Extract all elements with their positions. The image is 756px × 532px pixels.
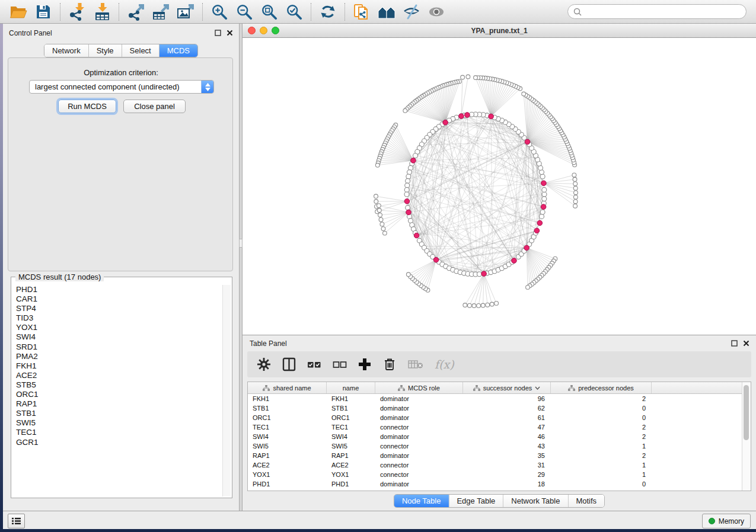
- tab-style[interactable]: Style: [89, 44, 122, 57]
- memory-button[interactable]: Memory: [702, 514, 751, 528]
- mcds-result-item[interactable]: TEC1: [12, 428, 223, 437]
- tab-network[interactable]: Network: [44, 44, 89, 57]
- close-panel-button[interactable]: Close panel: [123, 100, 186, 113]
- criterion-dropdown[interactable]: largest connected component (undirected): [29, 80, 214, 94]
- network-leaf-node[interactable]: [486, 303, 490, 307]
- network-leaf-node[interactable]: [374, 194, 378, 198]
- minimize-window-icon[interactable]: [260, 27, 267, 34]
- mcds-result-item[interactable]: SWI5: [12, 418, 223, 428]
- network-leaf-node[interactable]: [574, 195, 578, 199]
- apply-layout-icon[interactable]: [315, 2, 340, 21]
- network-leaf-node[interactable]: [375, 163, 379, 167]
- close-icon[interactable]: [743, 340, 749, 347]
- table-row[interactable]: STB1 STB1 dominator 62 0: [248, 403, 751, 413]
- network-leaf-node[interactable]: [377, 209, 381, 213]
- network-leaf-node[interactable]: [374, 200, 378, 204]
- network-hub-node[interactable]: [534, 228, 540, 233]
- network-from-selection-icon[interactable]: [349, 2, 374, 21]
- zoom-out-icon[interactable]: [232, 2, 257, 21]
- zoom-in-icon[interactable]: [207, 2, 232, 21]
- network-leaf-node[interactable]: [468, 303, 472, 307]
- zoom-fit-icon[interactable]: [257, 2, 282, 21]
- network-leaf-node[interactable]: [490, 302, 494, 306]
- network-leaf-node[interactable]: [572, 173, 576, 177]
- network-node[interactable]: [406, 174, 411, 179]
- export-table-icon[interactable]: [148, 2, 173, 21]
- network-leaf-node[interactable]: [463, 303, 467, 307]
- network-node[interactable]: [405, 183, 410, 188]
- network-leaf-node[interactable]: [403, 108, 407, 113]
- table-row[interactable]: ACE2 ACE2 connector 31 1: [248, 460, 751, 470]
- network-leaf-node[interactable]: [378, 213, 382, 217]
- column-header-name[interactable]: name: [327, 382, 375, 393]
- mcds-result-item[interactable]: STB5: [12, 380, 223, 390]
- network-hub-node[interactable]: [512, 258, 517, 264]
- tab-network-table[interactable]: Network Table: [503, 495, 568, 507]
- network-hub-node[interactable]: [537, 220, 543, 226]
- network-node[interactable]: [407, 170, 412, 175]
- mcds-result-item[interactable]: STP4: [12, 304, 223, 313]
- mcds-result-item[interactable]: GCR1: [12, 438, 223, 447]
- column-header-predecessor-nodes[interactable]: predecessor nodes: [551, 382, 652, 393]
- import-table-icon[interactable]: [90, 2, 114, 21]
- delete-column-trash-icon[interactable]: [382, 357, 397, 371]
- network-leaf-node[interactable]: [381, 227, 385, 231]
- delete-table-icon[interactable]: [408, 360, 423, 369]
- network-hub-node[interactable]: [541, 204, 546, 210]
- network-node[interactable]: [406, 178, 410, 183]
- network-hub-node[interactable]: [459, 114, 464, 119]
- tab-motifs[interactable]: Motifs: [568, 495, 604, 507]
- network-node[interactable]: [413, 153, 418, 158]
- network-node[interactable]: [542, 197, 547, 201]
- network-node[interactable]: [404, 192, 409, 197]
- network-hub-node[interactable]: [481, 271, 487, 277]
- network-leaf-node[interactable]: [522, 92, 526, 96]
- network-leaf-node[interactable]: [474, 76, 478, 80]
- mcds-result-item[interactable]: FKH1: [12, 361, 223, 371]
- panel-selector-button[interactable]: [8, 514, 25, 528]
- network-leaf-node[interactable]: [377, 204, 381, 208]
- table-settings-gear-icon[interactable]: [257, 357, 271, 371]
- network-node[interactable]: [540, 210, 545, 214]
- unselect-all-columns-icon[interactable]: [333, 361, 347, 368]
- tab-mcds[interactable]: MCDS: [160, 44, 197, 57]
- tab-node-table[interactable]: Node Table: [394, 495, 449, 507]
- import-network-icon[interactable]: [65, 2, 90, 21]
- network-leaf-node[interactable]: [466, 75, 470, 79]
- network-leaf-node[interactable]: [573, 177, 577, 181]
- network-leaf-node[interactable]: [481, 303, 485, 307]
- network-leaf-node[interactable]: [573, 204, 578, 208]
- mcds-result-item[interactable]: ORC1: [12, 390, 223, 399]
- column-header-successor-nodes[interactable]: successor nodes: [463, 382, 551, 393]
- network-node[interactable]: [542, 187, 547, 192]
- mcds-result-item[interactable]: STB1: [12, 409, 223, 418]
- network-hub-node[interactable]: [411, 158, 416, 164]
- network-hub-node[interactable]: [489, 114, 494, 119]
- float-window-icon[interactable]: [731, 340, 738, 347]
- run-mcds-button[interactable]: Run MCDS: [58, 100, 116, 113]
- select-all-columns-icon[interactable]: [307, 361, 321, 368]
- network-canvas[interactable]: [243, 38, 756, 335]
- network-leaf-node[interactable]: [573, 186, 578, 190]
- network-hub-node[interactable]: [443, 120, 448, 125]
- network-leaf-node[interactable]: [574, 191, 578, 195]
- add-column-icon[interactable]: [358, 358, 371, 371]
- network-node[interactable]: [470, 112, 474, 117]
- mcds-result-item[interactable]: ACE2: [12, 371, 223, 380]
- close-window-icon[interactable]: [248, 27, 256, 34]
- table-scrollbar-thumb[interactable]: [744, 385, 749, 440]
- network-hub-node[interactable]: [406, 210, 412, 215]
- network-node[interactable]: [540, 174, 545, 179]
- search-field[interactable]: [567, 4, 747, 19]
- mcds-result-item[interactable]: PHD1: [12, 285, 223, 294]
- network-leaf-node[interactable]: [380, 222, 384, 226]
- function-builder-icon[interactable]: f(x): [435, 358, 454, 371]
- network-leaf-node[interactable]: [573, 200, 578, 204]
- float-window-icon[interactable]: [215, 30, 221, 36]
- show-columns-icon[interactable]: [282, 357, 296, 371]
- close-icon[interactable]: [227, 30, 233, 36]
- network-node[interactable]: [542, 192, 547, 197]
- tab-select[interactable]: Select: [122, 44, 160, 57]
- network-leaf-node[interactable]: [495, 302, 499, 306]
- export-network-icon[interactable]: [123, 2, 148, 21]
